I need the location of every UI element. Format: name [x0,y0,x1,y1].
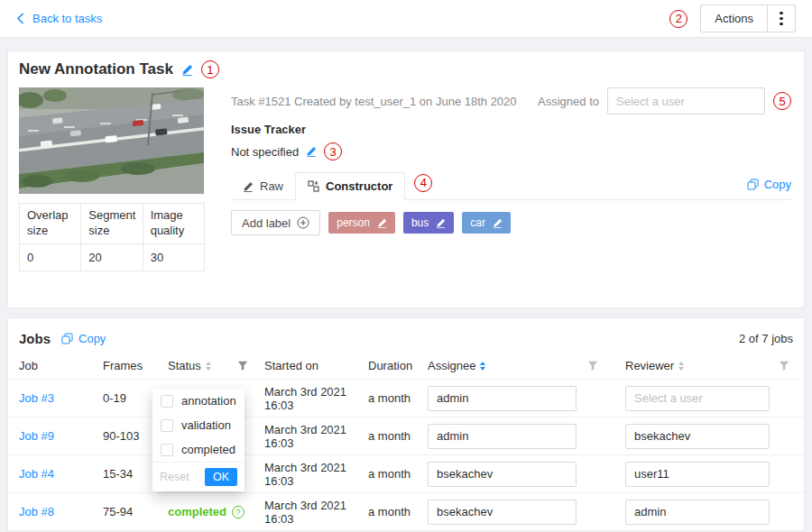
topbar: Back to tasks 2 Actions [0,0,812,38]
copy-jobs-label: Copy [78,332,106,345]
sort-icons-status[interactable] [206,362,211,371]
column-status[interactable]: Status [168,359,264,372]
label-chip-bus[interactable]: bus [403,212,454,234]
job-link[interactable]: Job #8 [19,505,103,518]
checkbox-icon[interactable] [161,395,173,408]
tab-constructor[interactable]: Constructor [295,172,405,200]
tab-constructor-label: Constructor [326,179,392,193]
job-link[interactable]: Job #9 [19,429,103,443]
edit-issue-tracker-icon[interactable] [306,146,317,157]
column-assignee-label: Assignee [428,359,475,372]
tab-raw[interactable]: Raw [231,173,295,199]
started-cell: March 3rd 2021 16:03 [264,423,368,450]
tab-raw-label: Raw [260,179,283,193]
task-parameters-table: Overlap size Segment size Image quality … [19,203,205,271]
started-cell: March 3rd 2021 16:03 [264,385,368,412]
issue-tracker-section: Issue Tracker Not specified 3 [231,123,791,161]
param-value-overlap: 0 [20,243,81,271]
jobs-title: Jobs [19,331,51,346]
annotation-circle-3: 3 [324,142,342,161]
filter-icon-assignee[interactable] [587,361,598,371]
column-duration: Duration [368,359,428,372]
reviewer-input[interactable] [625,386,770,411]
add-label-text: Add label [242,216,291,230]
assignee-select-input[interactable] [607,87,765,115]
annotation-circle-5: 5 [773,92,791,110]
param-header-quality: Image quality [143,204,204,244]
filter-icon-status[interactable] [237,361,248,371]
sort-icons-assignee[interactable] [480,362,485,371]
column-assignee[interactable]: Assignee [428,359,625,372]
column-frames-label: Frames [103,359,143,372]
edit-task-name-icon[interactable] [181,64,193,76]
filter-ok-button[interactable]: OK [205,468,237,486]
filter-reset-button[interactable]: Reset [160,471,189,483]
column-started-on-label: Started on [264,359,318,372]
edit-label-icon[interactable] [436,218,446,228]
assigned-to-group: Assigned to 5 [538,87,791,115]
actions-button[interactable]: Actions [700,5,768,32]
column-started-on: Started on [264,359,368,372]
task-right-panel: Task #1521 Created by test_user_1 on Jun… [231,87,791,245]
task-preview-image [19,87,204,194]
issue-tracker-value-row: Not specified 3 [231,142,791,161]
task-title-row: New Annotation Task 1 [19,60,219,78]
table-row: Job #9 90-103 March 3rd 2021 16:03 a mon… [8,417,804,455]
filter-option-completed[interactable]: completed [152,437,245,462]
reviewer-input[interactable] [625,424,770,449]
column-status-label: Status [168,359,201,372]
started-cell: March 3rd 2021 16:03 [264,499,368,526]
reviewer-cell [625,462,793,487]
param-header-overlap: Overlap size [20,204,81,244]
edit-label-icon[interactable] [377,218,387,228]
label-chip-car[interactable]: car [462,212,511,234]
label-chip-car-name: car [470,216,485,229]
assignee-cell [428,462,625,487]
reviewer-input[interactable] [625,500,770,525]
column-reviewer[interactable]: Reviewer [625,359,793,372]
sort-icons-reviewer[interactable] [678,362,684,371]
task-details-card: New Annotation Task 1 [7,50,805,308]
label-chip-person[interactable]: person [328,212,395,234]
checkbox-icon[interactable] [161,444,173,456]
assignee-input[interactable] [428,500,577,525]
started-cell: March 3rd 2021 16:03 [264,461,368,488]
back-to-tasks-link[interactable]: Back to tasks [16,12,102,25]
job-link[interactable]: Job #3 [19,391,103,405]
labels-tabs-bar: Raw Constructor 4 Copy [231,170,791,200]
filter-option-annotation[interactable]: annotation [152,389,245,413]
reviewer-cell [625,386,793,411]
column-job-label: Job [19,359,38,372]
frames-cell: 75-94 [103,505,168,518]
column-frames: Frames [103,359,168,372]
reviewer-cell [625,424,793,449]
filter-option-validation[interactable]: validation [152,413,245,437]
filter-option-completed-label: completed [181,443,235,456]
checkbox-icon[interactable] [161,419,173,432]
edit-label-icon[interactable] [493,218,503,228]
job-link[interactable]: Job #4 [19,467,103,481]
copy-labels-link[interactable]: Copy [747,178,791,199]
assigned-to-label: Assigned to [538,95,599,108]
param-header-segment: Segment size [81,204,143,244]
duration-cell: a month [368,429,428,443]
param-value-segment: 20 [81,243,143,271]
assignee-input[interactable] [428,386,577,411]
assignee-cell [428,386,625,411]
assignee-input[interactable] [428,424,577,449]
add-label-button[interactable]: Add label [231,210,320,235]
copy-jobs-link[interactable]: Copy [61,332,106,345]
filter-icon-reviewer[interactable] [779,361,789,371]
issue-tracker-value: Not specified [231,145,299,159]
more-menu-button[interactable] [767,5,796,32]
status-cell: completed ? [168,505,264,518]
assignee-input[interactable] [428,462,577,487]
task-meta-text: Task #1521 Created by test_user_1 on Jun… [231,95,517,108]
back-to-tasks-label: Back to tasks [32,12,102,25]
task-meta-row: Task #1521 Created by test_user_1 on Jun… [231,87,791,115]
copy-icon [747,179,759,190]
jobs-table-header: Job Frames Status Started on Duration As… [8,353,804,380]
reviewer-input[interactable] [625,462,770,487]
annotation-circle-4: 4 [414,174,432,192]
question-circle-icon[interactable]: ? [232,506,245,518]
